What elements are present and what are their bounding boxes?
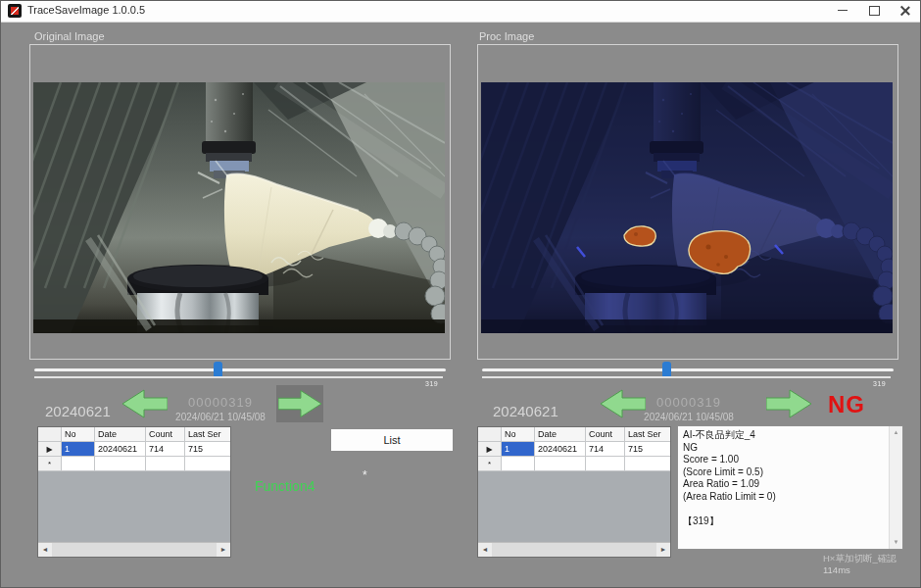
original-image — [33, 82, 445, 333]
maximize-icon — [869, 6, 880, 16]
scroll-left-icon[interactable]: ◄ — [38, 543, 52, 557]
process-time-label: 114ms — [823, 564, 916, 576]
right-counter-block: 00000319 2024/06/21 10/45/08 — [635, 395, 743, 422]
current-row-icon: ▶ — [486, 445, 492, 454]
close-button[interactable] — [890, 0, 921, 21]
col-header-lastser[interactable]: Last Ser — [625, 427, 670, 442]
function4-label: Function4 — [255, 478, 315, 494]
scroll-up-icon[interactable]: ▲ — [890, 426, 902, 439]
scroll-left-icon[interactable]: ◄ — [478, 543, 492, 557]
cell-lastser[interactable]: 715 — [625, 442, 670, 457]
cell-lastser[interactable]: 715 — [185, 442, 230, 457]
app-icon — [8, 4, 22, 18]
grid-header-row: No Date Count Last Ser — [478, 427, 670, 442]
minimize-button[interactable] — [827, 0, 858, 21]
grid-corner-cell[interactable] — [478, 427, 502, 442]
col-header-lastser[interactable]: Last Ser — [185, 427, 230, 442]
right-slider-track — [482, 368, 894, 371]
maximize-button[interactable] — [858, 0, 890, 21]
right-date-label: 20240621 — [493, 403, 558, 419]
col-header-date[interactable]: Date — [95, 427, 146, 442]
proc-image-label: Proc Image — [479, 30, 534, 42]
mode-label: H×草加切断_確認 — [823, 553, 916, 564]
scroll-right-icon[interactable]: ► — [656, 543, 670, 557]
left-counter-block: 00000319 2024/06/21 10/45/08 — [167, 395, 274, 422]
col-header-no[interactable]: No — [62, 427, 95, 442]
original-image-panel — [29, 44, 451, 360]
cell-date[interactable]: 20240621 — [95, 442, 146, 457]
col-header-no[interactable]: No — [502, 427, 535, 442]
left-data-grid[interactable]: No Date Count Last Ser ▶ 1 20240621 714 … — [37, 426, 231, 558]
cell-date[interactable]: 20240621 — [535, 442, 586, 457]
status-block: H×草加切断_確認 114ms — [823, 553, 916, 576]
right-slider-value: 319 — [873, 380, 886, 387]
result-line: Score = 1.00 — [683, 454, 887, 466]
original-image-label: Original Image — [34, 30, 105, 42]
grid-header-row: No Date Count Last Ser — [38, 427, 230, 442]
cell-count[interactable]: 714 — [586, 442, 625, 457]
minimize-icon — [838, 10, 848, 11]
ng-badge: NG — [828, 391, 865, 418]
right-arrow-icon — [278, 389, 321, 418]
col-header-date[interactable]: Date — [535, 427, 586, 442]
result-line: AI-不良品判定_4 — [683, 429, 887, 442]
right-image-counter: 00000319 — [635, 395, 743, 410]
ai-result-text: AI-不良品判定_4 NG Score = 1.00 (Score Limit … — [683, 429, 887, 527]
result-vscrollbar[interactable]: ▲ ▼ — [889, 426, 902, 549]
left-prev-button[interactable] — [122, 389, 168, 418]
col-header-count[interactable]: Count — [146, 427, 185, 442]
proc-image-panel — [477, 44, 898, 360]
cell-count[interactable]: 714 — [146, 442, 185, 457]
right-data-grid[interactable]: No Date Count Last Ser ▶ 1 20240621 714 … — [477, 426, 671, 558]
scroll-right-icon[interactable]: ► — [217, 543, 230, 557]
scroll-down-icon[interactable]: ▼ — [890, 536, 902, 549]
left-slider-value: 319 — [425, 380, 438, 387]
right-timestamp: 2024/06/21 10/45/08 — [635, 412, 743, 422]
result-line: (Area Ratio Limit = 0) — [683, 491, 887, 504]
result-line: 【319】 — [683, 515, 887, 528]
window-title: TraceSaveImage 1.0.0.5 — [27, 4, 145, 16]
ai-result-textbox[interactable]: AI-不良品判定_4 NG Score = 1.00 (Score Limit … — [677, 425, 903, 550]
close-icon — [900, 6, 910, 16]
result-line: (Score Limit = 0.5) — [683, 466, 887, 479]
list-button[interactable]: List — [330, 428, 454, 452]
result-line — [683, 503, 887, 515]
table-new-row[interactable]: * — [38, 457, 230, 471]
new-row-icon: * — [48, 460, 51, 468]
cell-no[interactable]: 1 — [62, 442, 95, 457]
left-next-button[interactable] — [276, 385, 323, 422]
table-row[interactable]: ▶ 1 20240621 714 715 — [38, 442, 230, 457]
proc-image — [481, 82, 893, 333]
left-date-label: 20240621 — [45, 403, 111, 419]
left-slider-track — [34, 368, 446, 371]
defect-region-small — [624, 226, 655, 246]
left-timestamp: 2024/06/21 10/45/08 — [167, 412, 274, 422]
right-grid-hscrollbar[interactable]: ◄ ► — [478, 542, 670, 557]
left-image-counter: 00000319 — [167, 395, 274, 410]
asterisk-label: * — [363, 468, 367, 482]
result-line: NG — [683, 442, 887, 455]
result-line: Area Ratio = 1.09 — [683, 478, 887, 491]
current-row-icon: ▶ — [46, 445, 52, 454]
col-header-count[interactable]: Count — [586, 427, 625, 442]
left-progress-line — [34, 376, 443, 378]
title-bar[interactable]: TraceSaveImage 1.0.0.5 — [0, 0, 921, 23]
table-new-row[interactable]: * — [478, 457, 670, 471]
new-row-icon: * — [488, 460, 491, 468]
grid-corner-cell[interactable] — [38, 427, 62, 442]
right-next-button[interactable] — [766, 389, 811, 418]
right-progress-line — [482, 376, 891, 378]
left-grid-hscrollbar[interactable]: ◄ ► — [38, 542, 230, 557]
cell-no[interactable]: 1 — [502, 442, 535, 457]
table-row[interactable]: ▶ 1 20240621 714 715 — [478, 442, 670, 457]
